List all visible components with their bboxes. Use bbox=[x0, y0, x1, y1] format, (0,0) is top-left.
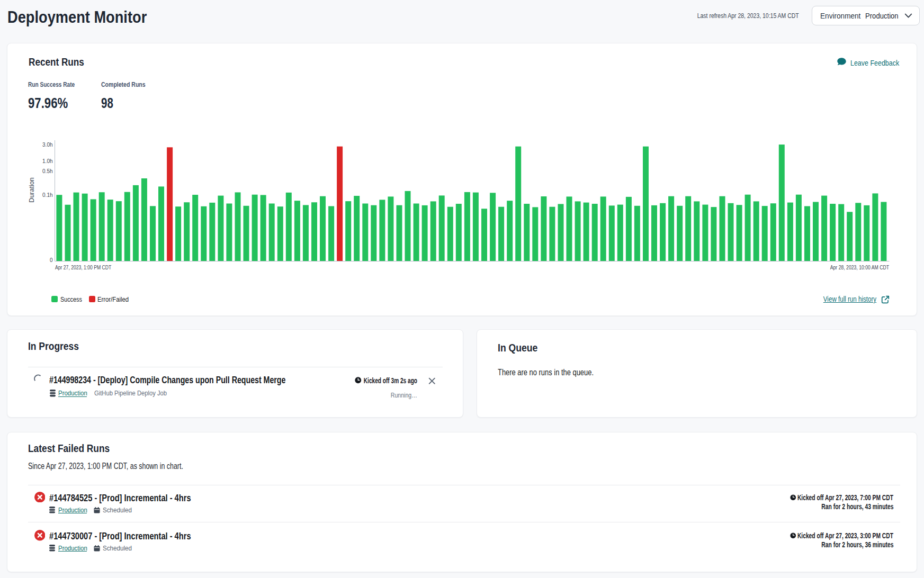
svg-text:0.5h: 0.5h bbox=[42, 167, 52, 174]
svg-text:0: 0 bbox=[50, 257, 53, 264]
svg-text:0.1h: 0.1h bbox=[42, 192, 52, 198]
svg-text:1.0h: 1.0h bbox=[42, 157, 52, 164]
svg-text:Apr 28, 2023, 10:00 AM CDT: Apr 28, 2023, 10:00 AM CDT bbox=[830, 264, 889, 270]
svg-text:Apr 27, 2023, 1:00 PM CDT: Apr 27, 2023, 1:00 PM CDT bbox=[55, 264, 111, 270]
svg-text:Duration: Duration bbox=[28, 177, 35, 202]
svg-text:3.0h: 3.0h bbox=[42, 141, 52, 148]
